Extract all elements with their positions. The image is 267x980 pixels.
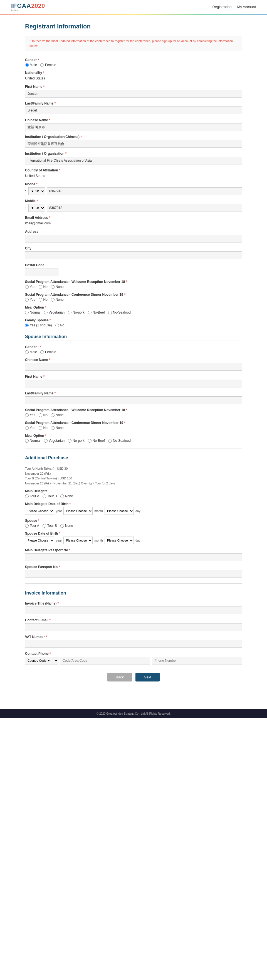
contact-email-input[interactable] [25,623,242,631]
delegate-dob-year-select[interactable]: Please Choose [25,507,54,515]
social-dinner-no-radio[interactable] [39,298,42,302]
social-welcome-no-radio[interactable] [39,285,42,289]
delegate-tour-a[interactable]: Tour A [25,494,39,498]
gender-female-radio[interactable] [40,63,44,67]
social-welcome-none-radio[interactable] [51,285,55,289]
nav-registration[interactable]: Registration [212,5,231,9]
delegate-tour-b[interactable]: Tour B [43,494,57,498]
social-welcome-yes-radio[interactable] [25,285,28,289]
chinese-name-input[interactable] [25,123,242,131]
spouse-dinner-none-radio[interactable] [51,426,55,430]
spouse-tour-none[interactable]: None [60,524,73,528]
spouse-welcome-no-radio[interactable] [39,414,42,417]
spouse-tour-a-radio[interactable] [25,524,28,528]
delegate-tour-b-radio[interactable] [43,495,46,498]
next-button[interactable]: Next [136,673,160,681]
spouse-dinner-yes-radio[interactable] [25,426,28,430]
spouse-tour-b-radio[interactable] [43,524,46,528]
institution-input[interactable] [25,157,242,164]
spouse-tour-none-radio[interactable] [60,524,64,528]
social-dinner-no[interactable]: No [39,298,47,302]
gender-male-radio[interactable] [25,63,28,67]
main-passport-input[interactable] [25,553,242,561]
country-code-select[interactable]: Country Code ▼ [25,657,58,665]
meal-normal-radio[interactable] [25,311,28,314]
spouse-dinner-no[interactable]: No [39,426,47,430]
spouse-gender-female-radio[interactable] [40,350,44,354]
spouse-first-name-input[interactable] [25,380,242,387]
social-welcome-yes[interactable]: Yes [25,285,35,289]
social-dinner-yes[interactable]: Yes [25,298,35,302]
meal-no-beef[interactable]: No-Beef [88,310,105,314]
spouse-gender-female[interactable]: Female [40,350,56,354]
mobile-country-select[interactable]: ▼ 619 [28,204,45,212]
phone-number-input[interactable] [47,187,242,195]
spouse-no-radio[interactable] [55,324,59,327]
postal-code-input[interactable] [25,268,58,276]
spouse-meal-normal-radio[interactable] [25,439,28,442]
meal-no-beef-radio[interactable] [88,311,92,314]
delegate-dob-month-select[interactable]: Please Choose [63,507,93,515]
address-input[interactable] [25,235,242,242]
spouse-welcome-none[interactable]: None [51,413,64,417]
social-welcome-none[interactable]: None [51,285,64,289]
spouse-dinner-yes[interactable]: Yes [25,426,35,430]
institution-chinese-input[interactable] [25,140,242,148]
nav-my-account[interactable]: My Account [237,5,256,9]
meal-vegetarian[interactable]: Vegetarian [44,310,65,314]
spouse-welcome-yes-radio[interactable] [25,414,28,417]
spouse-passport-input[interactable] [25,570,242,578]
spouse-tour-a[interactable]: Tour A [25,524,39,528]
city-input[interactable] [25,251,242,259]
first-name-input[interactable] [25,90,242,97]
spouse-welcome-none-radio[interactable] [51,414,55,417]
spouse-dob-day-select[interactable]: Please Choose [104,536,134,544]
spouse-gender-male-radio[interactable] [25,350,28,354]
spouse-yes[interactable]: Yes (1 spouse) [25,323,52,327]
vat-number-input[interactable] [25,640,242,648]
meal-no-seafood[interactable]: No-Seafood [108,310,131,314]
spouse-last-name-input[interactable] [25,396,242,404]
spouse-meal-vegetarian[interactable]: Vegetarian [44,439,65,442]
spouse-dob-year-select[interactable]: Please Choose [25,536,54,544]
spouse-meal-no-seafood[interactable]: No-Seafood [108,439,131,442]
gender-female-option[interactable]: Female [40,63,56,67]
social-dinner-none[interactable]: None [51,298,64,302]
mobile-number-input[interactable] [47,204,242,212]
meal-vegetarian-radio[interactable] [44,311,47,314]
phone-number-input2[interactable] [152,657,242,665]
invoice-title-input[interactable] [25,606,242,614]
delegate-none[interactable]: None [60,494,73,498]
spouse-chinese-name-input[interactable] [25,363,242,371]
spouse-meal-no-pork[interactable]: No-pork [68,439,85,442]
meal-normal[interactable]: Normal [25,310,41,314]
spouse-welcome-yes[interactable]: Yes [25,413,35,417]
spouse-dinner-no-radio[interactable] [39,426,42,430]
area-code-input[interactable] [60,657,150,665]
spouse-dob-month-select[interactable]: Please Choose [63,536,93,544]
last-name-input[interactable] [25,107,242,114]
spouse-meal-no-seafood-radio[interactable] [108,439,112,442]
social-welcome-no[interactable]: No [39,285,47,289]
delegate-tour-a-radio[interactable] [25,495,28,498]
meal-no-pork-radio[interactable] [68,311,71,314]
gender-male-option[interactable]: Male [25,63,37,67]
spouse-tour-b[interactable]: Tour B [43,524,57,528]
spouse-welcome-no[interactable]: No [39,413,47,417]
social-dinner-yes-radio[interactable] [25,298,28,302]
spouse-no[interactable]: No [55,323,64,327]
delegate-dob-day-select[interactable]: Please Choose [104,507,134,515]
delegate-none-radio[interactable] [60,495,64,498]
meal-no-pork[interactable]: No-pork [68,310,85,314]
spouse-dinner-none[interactable]: None [51,426,64,430]
back-button[interactable]: Back [107,673,132,681]
spouse-meal-no-beef-radio[interactable] [88,439,92,442]
spouse-gender-male[interactable]: Male [25,350,37,354]
spouse-meal-normal[interactable]: Normal [25,439,41,442]
spouse-yes-radio[interactable] [25,324,28,327]
social-dinner-none-radio[interactable] [51,298,55,302]
meal-no-seafood-radio[interactable] [108,311,112,314]
spouse-meal-no-pork-radio[interactable] [68,439,71,442]
phone-country-select[interactable]: ▼ 619 [28,187,45,195]
spouse-meal-no-beef[interactable]: No-Beef [88,439,105,442]
